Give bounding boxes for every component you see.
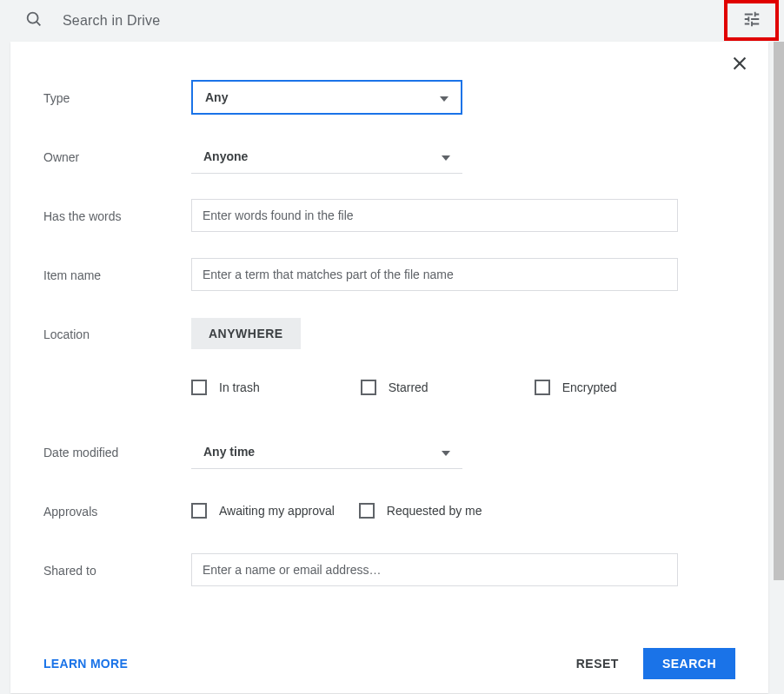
tune-icon[interactable]: [742, 10, 761, 32]
encrypted-checkbox[interactable]: Encrypted: [535, 380, 617, 395]
type-label: Type: [43, 89, 191, 105]
owner-label: Owner: [43, 149, 191, 164]
approvals-label: Approvals: [43, 503, 191, 519]
search-bar: Search in Drive: [0, 0, 784, 42]
search-input-placeholder[interactable]: Search in Drive: [63, 13, 160, 29]
type-value: Any: [205, 90, 228, 104]
awaiting-approval-checkbox[interactable]: Awaiting my approval: [191, 503, 335, 519]
checkbox-box-icon: [191, 503, 207, 519]
location-label: Location: [43, 326, 191, 341]
svg-line-1: [37, 22, 40, 25]
has-words-label: Has the words: [43, 208, 191, 223]
advanced-search-panel: Type Any Owner Anyone: [10, 42, 768, 693]
panel-footer: LEARN MORE RESET SEARCH: [10, 634, 768, 693]
encrypted-label: Encrypted: [562, 380, 617, 394]
location-chip[interactable]: ANYWHERE: [191, 318, 301, 349]
date-modified-dropdown[interactable]: Any time: [191, 434, 462, 469]
scrollbar[interactable]: [774, 42, 784, 580]
checkbox-box-icon: [535, 380, 550, 395]
awaiting-approval-label: Awaiting my approval: [219, 504, 335, 518]
item-name-input[interactable]: [191, 258, 678, 291]
shared-to-input[interactable]: [191, 553, 678, 586]
reset-button[interactable]: RESET: [561, 648, 635, 679]
checkbox-box-icon: [191, 380, 207, 395]
in-trash-label: In trash: [219, 380, 260, 394]
caret-down-icon: [440, 90, 448, 104]
checkbox-box-icon: [359, 503, 375, 519]
date-modified-value: Any time: [203, 445, 255, 459]
svg-point-0: [28, 13, 38, 23]
type-dropdown[interactable]: Any: [191, 80, 462, 115]
date-modified-label: Date modified: [43, 444, 191, 459]
requested-by-me-label: Requested by me: [387, 504, 482, 518]
checkbox-box-icon: [361, 380, 376, 395]
in-trash-checkbox[interactable]: In trash: [191, 380, 260, 395]
search-button[interactable]: SEARCH: [643, 648, 735, 679]
starred-checkbox[interactable]: Starred: [361, 380, 429, 395]
owner-dropdown[interactable]: Anyone: [191, 139, 462, 174]
caret-down-icon: [442, 149, 450, 163]
owner-value: Anyone: [203, 149, 248, 163]
has-words-input[interactable]: [191, 199, 678, 232]
learn-more-link[interactable]: LEARN MORE: [43, 657, 128, 671]
item-name-label: Item name: [43, 267, 191, 282]
requested-by-me-checkbox[interactable]: Requested by me: [359, 503, 482, 519]
caret-down-icon: [442, 445, 450, 459]
filter-button-highlight: [724, 0, 779, 41]
starred-label: Starred: [389, 380, 429, 394]
close-button[interactable]: [730, 54, 749, 76]
shared-to-label: Shared to: [43, 562, 191, 578]
search-icon[interactable]: [24, 10, 43, 32]
